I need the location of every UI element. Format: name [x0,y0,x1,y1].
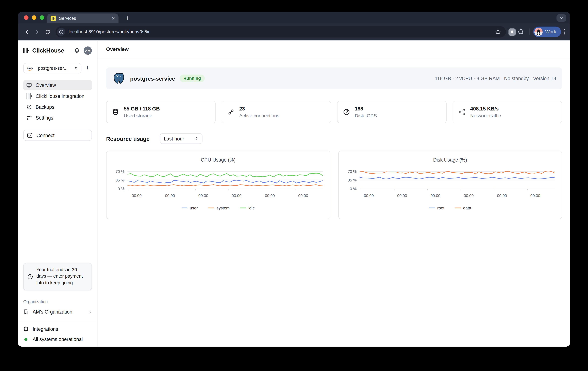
browser-tab[interactable]: Services ✕ [47,13,119,23]
bookmark-star-icon[interactable] [494,27,502,37]
sidebar: ClickHouse AM aws postgres-ser... + Over… [18,40,98,346]
back-button[interactable] [21,27,32,37]
legend-label: system [217,206,230,210]
aws-logo-icon: aws [27,65,35,71]
organization-label: Organization [23,299,92,304]
monitor-icon [26,82,32,88]
brand-name[interactable]: ClickHouse [32,47,74,54]
extensions-puzzle-icon[interactable] [516,27,526,37]
browser-menu-icon[interactable] [564,29,565,34]
sidebar-item-clickhouse-integration[interactable]: ClickHouse integration [23,91,92,101]
stat-card-network-traffic: 408.15 KB/sNetwork traffic [453,101,562,123]
main-area: Overview postgres-service Running 118 GB… [97,40,570,346]
select-updown-icon [195,136,198,141]
chart-plot: 0 %35 %70 %00:0000:0000:0000:0000:0000:0… [106,165,330,204]
sidebar-item-settings[interactable]: Settings [23,113,92,123]
svg-text:00:00: 00:00 [298,193,308,198]
chart-title: CPU Usage (%) [106,157,330,162]
forward-button[interactable] [32,27,42,37]
sidebar-item-label: ClickHouse integration [36,93,84,99]
status-badge: Running [179,75,205,82]
connect-button[interactable]: Connect [23,130,92,141]
stat-label: Used storage [124,112,160,118]
svg-text:0 %: 0 % [118,187,125,191]
time-range-value: Last hour [164,136,184,141]
chart-legend: rootdata [338,206,562,210]
database-icon [112,109,119,115]
sidebar-item-label: Backups [36,104,54,110]
legend-swatch-icon [208,208,214,208]
close-window-button[interactable] [24,15,28,20]
minimize-window-button[interactable] [32,15,36,20]
add-service-button[interactable]: + [83,64,92,72]
time-range-select[interactable]: Last hour [160,133,203,144]
clickhouse-logo-icon[interactable] [23,48,29,54]
status-text: All systems operational [32,337,83,342]
sidebar-item-overview[interactable]: Overview [23,80,92,90]
close-tab-icon[interactable]: ✕ [112,16,115,20]
url-text: localhost:8910/postgres/pgkybgnv0s5ii [69,29,490,34]
tab-strip: Services ✕ + [18,12,570,23]
stat-label: Network traffic [470,112,501,118]
reload-button[interactable] [42,27,53,37]
page-title: Overview [106,46,129,52]
legend-label: data [463,206,471,210]
legend-label: idle [248,206,255,210]
puzzle-icon [23,326,29,332]
new-tab-button[interactable]: + [124,16,131,21]
app-shell: ClickHouse AM aws postgres-ser... + Over… [18,40,570,346]
legend-item-data: data [455,206,471,210]
sliders-icon [26,115,32,120]
sidebar-divider [18,321,97,321]
notifications-bell-icon[interactable] [74,48,80,54]
chevron-down-icon [559,16,563,20]
chart-plot: 0 %35 %70 %00:0000:0000:0000:0000:0000:0… [338,165,562,204]
tab-search-button[interactable] [556,14,566,22]
adblock-extension-icon[interactable] [509,28,516,35]
sidebar-item-label: Overview [36,82,56,88]
user-avatar[interactable]: AM [84,46,92,55]
service-name: postgres-service [130,75,175,81]
stat-value: 23 [239,106,279,111]
sidebar-item-label: Settings [36,115,53,120]
connect-icon [27,132,32,138]
stat-card-used-storage: 55 GB / 118 GBUsed storage [106,101,216,123]
legend-item-root: root [429,206,444,210]
clock-icon [27,274,33,279]
svg-text:00:00: 00:00 [232,193,242,198]
svg-text:00:00: 00:00 [165,193,175,198]
organization-name: AM's Organization [32,309,72,315]
chart-legend: usersystemidle [106,206,330,210]
organization-row[interactable]: AM's Organization [23,309,92,315]
svg-text:00:00: 00:00 [132,193,142,198]
connect-label: Connect [36,132,55,138]
svg-text:00:00: 00:00 [430,193,440,198]
svg-text:70 %: 70 % [347,169,357,174]
service-selector[interactable]: aws postgres-ser... [23,63,82,73]
svg-text:35 %: 35 % [347,178,357,182]
stat-value: 55 GB / 118 GB [124,106,160,111]
profile-chip[interactable]: Work [533,27,561,37]
system-status-link[interactable]: All systems operational [23,337,92,342]
address-bar[interactable]: localhost:8910/postgres/pgkybgnv0s5ii [55,26,506,37]
browser-toolbar: localhost:8910/postgres/pgkybgnv0s5ii Wo… [18,23,570,40]
site-info-icon[interactable] [57,28,65,36]
stat-value: 188 [355,106,377,111]
history-icon [26,104,32,110]
browser-window: Services ✕ + localhost:8910 [18,12,570,347]
svg-text:35 %: 35 % [116,178,125,182]
integrations-link[interactable]: Integrations [23,326,92,332]
svg-text:00:00: 00:00 [364,193,374,198]
svg-text:0 %: 0 % [350,187,357,191]
clickhouse-favicon-icon [51,16,56,21]
trial-notice-text: Your trial ends in 30 days — enter payme… [36,267,88,287]
stat-card-disk-iops: 188Disk IOPS [337,101,447,123]
connections-icon [228,109,234,115]
series-root [359,177,555,179]
status-dot-icon [24,338,28,341]
series-idle [127,173,323,177]
network-icon [459,109,465,115]
legend-swatch-icon [181,208,188,208]
sidebar-item-backups[interactable]: Backups [23,102,92,112]
fullscreen-window-button[interactable] [40,15,44,20]
